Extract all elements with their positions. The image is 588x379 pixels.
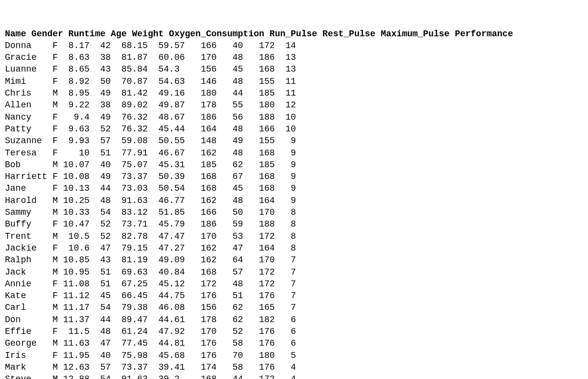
table-row: Nancy F 9.4 49 76.32 48.67 186 56 188 10 bbox=[5, 112, 296, 122]
table-row: Kate F 11.12 45 66.45 44.75 176 51 176 7 bbox=[5, 291, 296, 301]
table-row: Harriett F 10.08 49 73.37 50.39 168 67 1… bbox=[5, 172, 296, 181]
table-row: Bob M 10.07 40 75.07 45.31 185 62 185 9 bbox=[5, 160, 296, 170]
table-row: Suzanne F 9.93 57 59.08 50.55 148 49 155… bbox=[5, 136, 296, 146]
table-row: Annie F 11.08 51 67.25 45.12 172 48 172 … bbox=[5, 279, 296, 289]
table-row: Donna F 8.17 42 68.15 59.57 166 40 172 1… bbox=[5, 41, 296, 51]
table-row: Gracie F 8.63 38 81.87 60.06 170 48 186 … bbox=[5, 52, 296, 62]
table-row: Don M 11.37 44 89.47 44.61 178 62 182 6 bbox=[5, 315, 296, 325]
table-row: Carl M 11.17 54 79.38 46.08 156 62 165 7 bbox=[5, 303, 296, 312]
table-header: Name Gender Runtime Age Weight Oxygen_Co… bbox=[5, 29, 513, 39]
table-row: Luanne F 8.65 43 85.84 54.3 156 45 168 1… bbox=[5, 64, 296, 74]
table-row: Teresa F 10 51 77.91 46.67 162 48 168 9 bbox=[5, 148, 296, 158]
table-row: Mimi F 8.92 50 70.87 54.63 146 48 155 11 bbox=[5, 76, 296, 86]
table-row: Ralph M 10.85 43 81.19 49.09 162 64 170 … bbox=[5, 255, 296, 265]
table-row: Mark M 12.63 57 73.37 39.41 174 58 176 4 bbox=[5, 362, 296, 372]
table-row: Iris F 11.95 40 75.98 45.68 176 70 180 5 bbox=[5, 351, 296, 360]
table-row: Jackie F 10.6 47 79.15 47.27 162 47 164 … bbox=[5, 243, 296, 253]
table-row: Allen M 9.22 38 89.02 49.87 178 55 180 1… bbox=[5, 100, 296, 110]
data-table: Name Gender Runtime Age Weight Oxygen_Co… bbox=[5, 28, 583, 379]
table-row: Steve M 12.88 54 91.63 39.2 168 44 172 4 bbox=[5, 374, 296, 379]
table-row: Jane F 10.13 44 73.03 50.54 168 45 168 9 bbox=[5, 183, 296, 193]
table-row: Buffy F 10.47 52 73.71 45.79 186 59 188 … bbox=[5, 219, 296, 229]
table-row: Sammy M 10.33 54 83.12 51.85 166 50 170 … bbox=[5, 207, 296, 217]
table-row: Chris M 8.95 49 81.42 49.16 180 44 185 1… bbox=[5, 88, 296, 98]
table-row: Jack M 10.95 51 69.63 40.84 168 57 172 7 bbox=[5, 267, 296, 277]
table-row: George M 11.63 47 77.45 44.81 176 58 176… bbox=[5, 338, 296, 348]
table-row: Effie F 11.5 48 61.24 47.92 170 52 176 6 bbox=[5, 327, 296, 336]
table-row: Harold M 10.25 48 91.63 46.77 162 48 164… bbox=[5, 196, 296, 205]
table-row: Trent M 10.5 52 82.78 47.47 170 53 172 8 bbox=[5, 231, 296, 241]
table-row: Patty F 9.63 52 76.32 45.44 164 48 166 1… bbox=[5, 124, 296, 134]
